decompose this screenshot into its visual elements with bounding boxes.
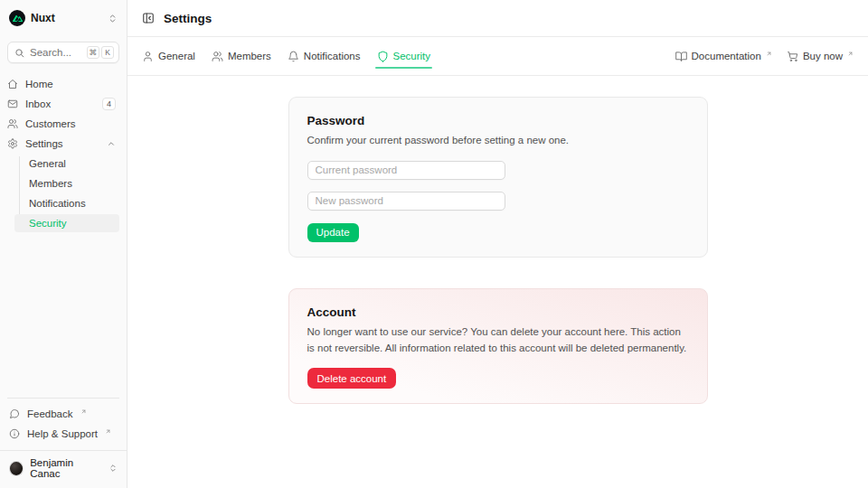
sidebar-nav: Home Inbox 4 Customers Settings: [7, 75, 119, 236]
tab-notifications[interactable]: Notifications: [288, 37, 361, 75]
search-placeholder: Search...: [30, 47, 71, 58]
sidebar-item-label: Settings: [25, 138, 63, 149]
chat-bubble-icon: [9, 408, 20, 419]
chevrons-up-down-icon: [108, 464, 118, 473]
page-title: Settings: [164, 12, 212, 25]
user-icon: [142, 51, 154, 62]
team-name: Nuxt: [31, 12, 55, 24]
gear-icon: [7, 138, 18, 149]
app-root: Nuxt Search... ⌘ K Home: [0, 0, 868, 488]
sidebar-item-customers[interactable]: Customers: [7, 115, 119, 133]
kbd-meta: ⌘: [87, 46, 100, 59]
sidebar-item-label: Security: [29, 218, 67, 229]
sidebar-item-label: Home: [25, 79, 53, 89]
tab-security[interactable]: Security: [377, 37, 431, 75]
sidebar-item-label: Inbox: [25, 99, 51, 109]
sidebar-item-home[interactable]: Home: [7, 75, 119, 93]
card-description: No longer want to use our service? You c…: [307, 324, 689, 357]
main-area: Settings General Members: [127, 0, 868, 488]
search-kbd-shortcut: ⌘ K: [87, 46, 115, 59]
users-icon: [7, 118, 18, 129]
user-name: Benjamin Canac: [30, 457, 102, 479]
users-icon: [212, 51, 223, 62]
sidebar-item-label: Help & Support: [27, 428, 98, 439]
home-icon: [7, 79, 18, 89]
settings-security-panel: Password Confirm your current password b…: [127, 76, 868, 488]
sidebar: Nuxt Search... ⌘ K Home: [0, 0, 127, 488]
external-link-icon: [847, 51, 854, 57]
sidebar-item-notifications[interactable]: Notifications: [14, 194, 119, 212]
sidebar-item-inbox[interactable]: Inbox 4: [7, 95, 119, 113]
action-label: Documentation: [692, 51, 761, 61]
search-input[interactable]: Search... ⌘ K: [7, 42, 119, 63]
password-card: Password Confirm your current password b…: [288, 97, 708, 258]
sidebar-item-general[interactable]: General: [14, 155, 119, 173]
shield-icon: [377, 51, 389, 62]
sidebar-spacer: [7, 236, 119, 398]
book-icon: [675, 51, 687, 62]
current-password-field[interactable]: [307, 161, 505, 180]
kbd-key: K: [101, 46, 114, 59]
sidebar-item-label: Feedback: [27, 408, 73, 419]
tab-general[interactable]: General: [142, 37, 195, 75]
card-title: Account: [307, 305, 689, 319]
update-password-button[interactable]: Update: [307, 223, 359, 242]
external-link-icon: [766, 51, 772, 57]
sidebar-item-label: Notifications: [29, 198, 86, 209]
settings-subnav: General Members Notifications Security: [7, 155, 119, 234]
tabs: General Members Notifications: [142, 37, 430, 75]
sidebar-item-feedback[interactable]: Feedback: [7, 405, 119, 423]
tab-label: Security: [393, 51, 431, 61]
new-password-field[interactable]: [307, 192, 505, 211]
nuxt-logo-icon: [9, 10, 25, 26]
action-label: Buy now: [803, 51, 843, 61]
external-link-icon: [105, 428, 111, 435]
user-menu[interactable]: Benjamin Canac: [0, 450, 127, 481]
card-description: Confirm your current password before set…: [307, 133, 689, 149]
search-icon: [14, 48, 24, 58]
avatar: [9, 461, 24, 476]
sidebar-item-label: Customers: [25, 118, 76, 129]
team-selector[interactable]: Nuxt: [7, 7, 119, 29]
sidebar-collapse-icon[interactable]: [142, 12, 155, 24]
chevrons-up-down-icon: [108, 14, 118, 23]
tab-label: Members: [228, 51, 271, 61]
sidebar-item-members[interactable]: Members: [14, 174, 119, 192]
sidebar-footer: Feedback Help & Support: [7, 398, 119, 448]
tab-bar: General Members Notifications: [127, 37, 868, 76]
chevron-up-icon: [107, 139, 116, 148]
bell-icon: [288, 51, 299, 62]
account-card: Account No longer want to use our servic…: [288, 288, 708, 405]
delete-account-button[interactable]: Delete account: [307, 368, 397, 389]
info-circle-icon: [9, 428, 20, 439]
tab-label: General: [158, 51, 195, 61]
tab-actions: Documentation Buy now: [675, 51, 854, 62]
cart-icon: [787, 51, 798, 62]
sidebar-item-label: General: [29, 158, 66, 169]
tab-label: Notifications: [304, 51, 361, 61]
sidebar-item-settings[interactable]: Settings: [7, 135, 119, 153]
sidebar-item-help-support[interactable]: Help & Support: [7, 425, 119, 443]
buy-now-link[interactable]: Buy now: [787, 51, 854, 62]
sidebar-item-label: Members: [29, 178, 72, 189]
documentation-link[interactable]: Documentation: [675, 51, 772, 62]
page-header: Settings: [127, 0, 868, 37]
sidebar-item-security[interactable]: Security: [14, 214, 119, 232]
inbox-count-badge: 4: [102, 98, 116, 110]
external-link-icon: [80, 408, 87, 415]
inbox-icon: [7, 99, 18, 109]
tab-members[interactable]: Members: [212, 37, 271, 75]
card-title: Password: [307, 114, 689, 127]
